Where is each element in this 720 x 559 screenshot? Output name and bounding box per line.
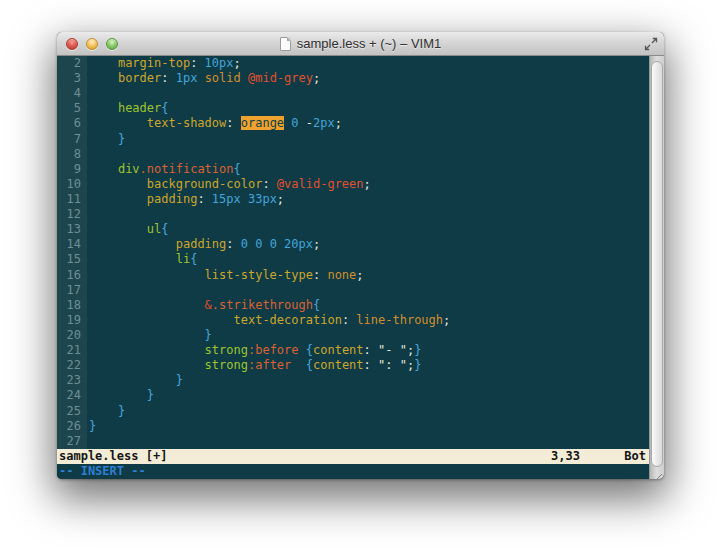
line-number: 22 [57,358,87,373]
line-number: 5 [57,101,87,116]
line-number: 9 [57,162,87,177]
code-text: strong:after {content: ": ";} [87,358,421,373]
editor-column: 2 margin-top: 10px;3 border: 1px solid @… [57,56,649,479]
line-number: 4 [57,86,87,101]
code-line: 7 } [57,132,649,147]
code-text: &.strikethrough{ [87,298,320,313]
code-text [87,283,89,298]
code-text: } [87,404,125,419]
line-number: 10 [57,177,87,192]
line-number: 15 [57,252,87,267]
code-line: 12 [57,207,649,222]
code-area[interactable]: 2 margin-top: 10px;3 border: 1px solid @… [57,56,649,449]
code-line: 21 strong:before {content: "- ";} [57,343,649,358]
code-text: } [87,132,125,147]
code-text: } [87,373,183,388]
line-number: 2 [57,56,87,71]
line-number: 16 [57,268,87,283]
code-text: header{ [87,101,169,116]
code-line: 18 &.strikethrough{ [57,298,649,313]
code-text: margin-top: 10px; [87,56,241,71]
code-line: 24 } [57,388,649,403]
line-number: 11 [57,192,87,207]
code-text: } [87,388,154,403]
code-line: 6 text-shadow: orange 0 -2px; [57,116,649,131]
code-text: strong:before {content: "- ";} [87,343,421,358]
code-text [87,434,89,449]
code-text: text-shadow: orange 0 -2px; [87,116,342,131]
line-number: 7 [57,132,87,147]
line-number: 19 [57,313,87,328]
line-number: 17 [57,283,87,298]
minimize-button[interactable] [86,38,98,50]
line-number: 24 [57,388,87,403]
line-number: 13 [57,222,87,237]
traffic-lights [66,32,118,55]
code-line: 20 } [57,328,649,343]
code-text: padding: 0 0 0 20px; [87,237,320,252]
resize-grip[interactable] [653,468,663,478]
window-titlebar[interactable]: sample.less + (~) – VIM1 [57,32,664,56]
window-body: 2 margin-top: 10px;3 border: 1px solid @… [57,56,664,479]
close-button[interactable] [66,38,78,50]
code-text: list-style-type: none; [87,268,364,283]
line-number: 14 [57,237,87,252]
fullscreen-icon[interactable] [644,37,658,51]
code-line: 15 li{ [57,252,649,267]
code-line: 11 padding: 15px 33px; [57,192,649,207]
code-line: 16 list-style-type: none; [57,268,649,283]
code-text [87,86,89,101]
line-number: 18 [57,298,87,313]
code-text: } [87,328,212,343]
line-number: 26 [57,419,87,434]
vim-window: sample.less + (~) – VIM1 2 margin-top: 1… [57,32,664,479]
line-number: 25 [57,404,87,419]
code-text: } [87,419,96,434]
code-line: 8 [57,147,649,162]
code-line: 17 [57,283,649,298]
code-line: 10 background-color: @valid-green; [57,177,649,192]
code-line: 23 } [57,373,649,388]
code-text [87,147,89,162]
line-number: 6 [57,116,87,131]
code-line: 2 margin-top: 10px; [57,56,649,71]
code-text: li{ [87,252,197,267]
code-line: 5 header{ [57,101,649,116]
code-line: 4 [57,86,649,101]
document-icon [280,37,291,51]
code-text: padding: 15px 33px; [87,192,284,207]
line-number: 21 [57,343,87,358]
code-text: ul{ [87,222,168,237]
statusline-scroll-position: Bot [624,449,646,464]
code-text: background-color: @valid-green; [87,177,371,192]
window-title: sample.less + (~) – VIM1 [297,36,442,51]
code-line: 14 padding: 0 0 0 20px; [57,237,649,252]
code-line: 9 div.notification{ [57,162,649,177]
line-number: 23 [57,373,87,388]
code-line: 19 text-decoration: line-through; [57,313,649,328]
scrollbar[interactable] [649,56,664,479]
line-number: 3 [57,71,87,86]
code-text: border: 1px solid @mid-grey; [87,71,320,86]
code-line: 25 } [57,404,649,419]
statusline: sample.less [+] 3,33 Bot [57,449,649,464]
desktop-background: sample.less + (~) – VIM1 2 margin-top: 1… [0,0,720,559]
code-line: 27 [57,434,649,449]
code-text [87,207,89,222]
code-line: 3 border: 1px solid @mid-grey; [57,71,649,86]
statusline-ruler: 3,33 [551,449,580,464]
statusline-filename: sample.less [+] [59,449,167,463]
scrollbar-thumb[interactable] [651,61,663,467]
zoom-button[interactable] [106,38,118,50]
mode-indicator: -- INSERT -- [57,464,649,479]
code-text: div.notification{ [87,162,241,177]
code-line: 22 strong:after {content: ": ";} [57,358,649,373]
line-number: 20 [57,328,87,343]
line-number: 27 [57,434,87,449]
search-highlight: orange [241,116,284,130]
line-number: 8 [57,147,87,162]
code-line: 13 ul{ [57,222,649,237]
code-line: 26} [57,419,649,434]
line-number: 12 [57,207,87,222]
title-group: sample.less + (~) – VIM1 [280,36,442,51]
